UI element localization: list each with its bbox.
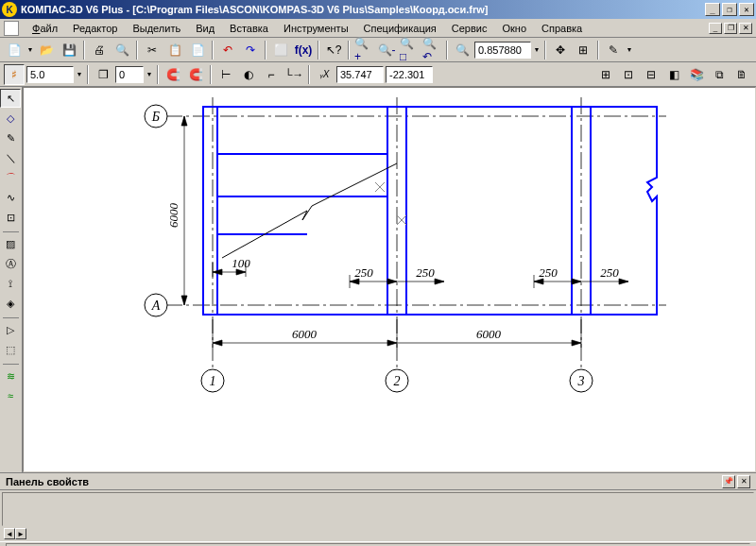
line-tool[interactable]: ＼ bbox=[0, 148, 21, 167]
copy-button[interactable]: 📋 bbox=[164, 40, 185, 60]
tab-scroll-right[interactable]: ► bbox=[15, 528, 26, 539]
snap-toggle-1[interactable]: 🧲 bbox=[163, 64, 183, 85]
select-tool[interactable]: ↖ bbox=[0, 89, 21, 108]
svg-text:100: 100 bbox=[232, 256, 250, 270]
menu-file[interactable]: Файл bbox=[25, 21, 65, 36]
print-button[interactable]: 🖨 bbox=[89, 40, 110, 60]
svg-text:Б: Б bbox=[151, 110, 160, 124]
undo-button[interactable]: ↶ bbox=[217, 40, 238, 60]
text-tool[interactable]: Ⓐ bbox=[0, 254, 21, 273]
menu-help[interactable]: Справка bbox=[534, 21, 590, 36]
symbol-tool[interactable]: ◈ bbox=[0, 294, 21, 313]
properties-button[interactable]: ⬜ bbox=[270, 40, 291, 60]
svg-text:250: 250 bbox=[354, 265, 373, 280]
paste-button[interactable]: 📄 bbox=[187, 40, 208, 60]
open-button[interactable]: 📂 bbox=[36, 40, 57, 60]
new-button[interactable]: 📄 bbox=[4, 40, 25, 60]
aux-btn-2[interactable]: ⊡ bbox=[618, 64, 639, 85]
svg-text:250: 250 bbox=[416, 265, 435, 280]
svg-text:6000: 6000 bbox=[292, 327, 318, 341]
dimension-tool[interactable]: ✎ bbox=[0, 128, 21, 147]
menu-view[interactable]: Вид bbox=[188, 21, 222, 36]
lcs-button[interactable]: └→ bbox=[284, 64, 304, 85]
zoom-input[interactable] bbox=[474, 42, 531, 59]
measure-tool[interactable]: ⟟ bbox=[0, 274, 21, 293]
menu-window[interactable]: Окно bbox=[494, 21, 534, 36]
zoom-window-button[interactable]: 🔍□ bbox=[399, 40, 420, 60]
aux-btn-5[interactable]: 📚 bbox=[686, 64, 707, 85]
close-button[interactable]: ✕ bbox=[739, 3, 754, 16]
lib-tool[interactable]: ⬚ bbox=[0, 340, 21, 359]
aux-btn-3[interactable]: ⊟ bbox=[641, 64, 662, 85]
preview-button[interactable]: 🔍 bbox=[112, 40, 132, 60]
redraw-dropdown[interactable]: ▼ bbox=[626, 40, 633, 60]
menu-editor[interactable]: Редактор bbox=[65, 21, 125, 36]
menu-tools[interactable]: Инструменты bbox=[276, 21, 356, 36]
document-icon[interactable] bbox=[4, 21, 19, 36]
param-tool[interactable]: ▷ bbox=[0, 320, 21, 339]
svg-text:6000: 6000 bbox=[476, 327, 502, 341]
layers-button[interactable]: ❐ bbox=[93, 64, 113, 85]
zoom-scale-button[interactable]: 🔍 bbox=[452, 40, 472, 60]
layer-input[interactable] bbox=[115, 66, 144, 83]
svg-text:А: А bbox=[151, 299, 161, 313]
properties-pin-button[interactable]: 📌 bbox=[722, 475, 735, 488]
grid-button[interactable]: ♯ bbox=[4, 64, 25, 85]
mdi-restore-button[interactable]: ❐ bbox=[724, 23, 737, 34]
menu-spec[interactable]: Спецификация bbox=[356, 21, 444, 36]
zoom-dropdown[interactable]: ▼ bbox=[533, 40, 541, 60]
aux-btn-1[interactable]: ⊞ bbox=[595, 64, 616, 85]
svg-text:250: 250 bbox=[539, 265, 558, 280]
coord-y-input[interactable] bbox=[386, 66, 433, 83]
arc-tool[interactable]: ⌒ bbox=[0, 168, 21, 187]
redraw-button[interactable]: ✎ bbox=[603, 40, 624, 60]
snap-button[interactable]: ⌐ bbox=[261, 64, 282, 85]
view-tool-2[interactable]: ≈ bbox=[0, 386, 21, 405]
zoom-prev-button[interactable]: 🔍↶ bbox=[421, 40, 442, 60]
aux-btn-7[interactable]: 🗎 bbox=[731, 64, 752, 85]
zoom-out-button[interactable]: 🔍- bbox=[376, 40, 397, 60]
svg-text:2: 2 bbox=[394, 374, 401, 388]
new-dropdown[interactable]: ▼ bbox=[26, 40, 34, 60]
variables-button[interactable]: f(x) bbox=[293, 40, 314, 60]
cut-button[interactable]: ✂ bbox=[142, 40, 163, 60]
svg-text:1: 1 bbox=[210, 374, 216, 388]
geometry-tool[interactable]: ◇ bbox=[0, 109, 21, 128]
svg-marker-37 bbox=[387, 279, 397, 284]
svg-marker-48 bbox=[213, 340, 222, 346]
svg-marker-28 bbox=[181, 116, 187, 126]
view-tool-1[interactable]: ≋ bbox=[0, 367, 21, 385]
aux-btn-4[interactable]: ◧ bbox=[663, 64, 684, 85]
step-input[interactable] bbox=[26, 66, 74, 83]
step-dropdown[interactable]: ▼ bbox=[76, 64, 83, 85]
snap-toggle-2[interactable]: 🧲 bbox=[185, 64, 206, 85]
menu-insert[interactable]: Вставка bbox=[222, 21, 276, 36]
aux-btn-6[interactable]: ⧉ bbox=[709, 64, 730, 85]
toolbar-main: 📄 ▼ 📂 💾 🖨 🔍 ✂ 📋 📄 ↶ ↷ ⬜ f(x) ↖? 🔍+ 🔍- 🔍□… bbox=[0, 38, 756, 62]
coord-x-input[interactable] bbox=[336, 66, 384, 83]
minimize-button[interactable]: _ bbox=[705, 3, 720, 16]
mdi-close-button[interactable]: ✕ bbox=[739, 23, 752, 34]
save-button[interactable]: 💾 bbox=[59, 40, 79, 60]
properties-close-button[interactable]: ✕ bbox=[737, 475, 750, 488]
layer-dropdown[interactable]: ▼ bbox=[146, 64, 153, 85]
menu-select[interactable]: Выделить bbox=[125, 21, 188, 36]
mdi-minimize-button[interactable]: _ bbox=[709, 23, 722, 34]
zoom-fit-button[interactable]: ⊞ bbox=[573, 40, 593, 60]
edit-tool[interactable]: ⊡ bbox=[0, 208, 21, 227]
menubar: Файл Редактор Выделить Вид Вставка Инстр… bbox=[0, 19, 756, 38]
help-arrow-button[interactable]: ↖? bbox=[323, 40, 344, 60]
svg-marker-39 bbox=[435, 279, 444, 284]
spline-tool[interactable]: ∿ bbox=[0, 188, 21, 207]
drawing-canvas[interactable]: Б А 1 2 3 bbox=[23, 87, 756, 472]
redo-button[interactable]: ↷ bbox=[240, 40, 261, 60]
hatch-tool[interactable]: ▨ bbox=[0, 234, 21, 253]
zoom-in-button[interactable]: 🔍+ bbox=[353, 40, 374, 60]
drawing-svg: Б А 1 2 3 bbox=[24, 88, 756, 471]
ortho-button[interactable]: ⊢ bbox=[215, 64, 236, 85]
menu-service[interactable]: Сервис bbox=[444, 21, 495, 36]
tab-scroll-left[interactable]: ◄ bbox=[4, 528, 15, 539]
pan-button[interactable]: ✥ bbox=[550, 40, 571, 60]
polar-button[interactable]: ◐ bbox=[238, 64, 259, 85]
maximize-button[interactable]: ❐ bbox=[722, 3, 737, 16]
